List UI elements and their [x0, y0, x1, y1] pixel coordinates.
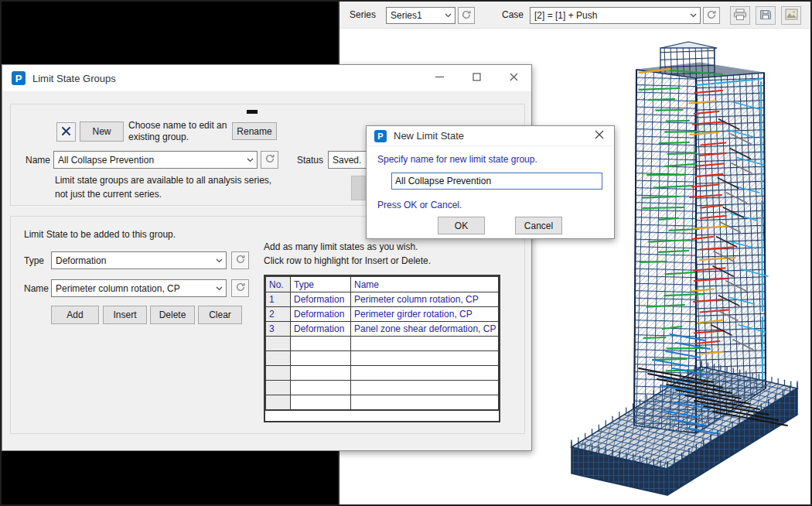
availability-note-line1: Limit state groups are available to all … — [55, 175, 271, 186]
picture-icon — [785, 9, 798, 22]
header-no: No. — [266, 277, 291, 292]
chevron-down-icon — [442, 13, 455, 18]
chevron-down-icon — [213, 258, 226, 263]
table-row[interactable]: 3 Deformation Panel zone shear deformati… — [266, 322, 499, 337]
main-toolbar: Series Series1 Case [2] = [1] + Push — [339, 2, 810, 29]
close-icon — [595, 130, 604, 142]
cell-type: Deformation — [291, 292, 351, 307]
lsg-dialog-title: Limit State Groups — [32, 73, 116, 84]
screen: { "logo_letter": "P", "toolbar": { "seri… — [0, 0, 812, 506]
case-dropdown-value: [2] = [1] + Push — [531, 10, 687, 21]
refresh-icon — [235, 254, 246, 267]
name-label: Name — [26, 155, 50, 166]
chevron-down-icon — [213, 286, 226, 291]
nls-dialog-title: New Limit State — [394, 130, 464, 142]
cancel-button[interactable]: Cancel — [515, 217, 562, 234]
maximize-icon — [473, 73, 481, 84]
case-label: Case — [502, 9, 524, 20]
app-logo: P — [374, 130, 387, 142]
export-image-button[interactable] — [781, 6, 801, 25]
table-row[interactable] — [266, 395, 499, 410]
group-name-refresh-button[interactable] — [261, 151, 278, 169]
limit-states-table: No. Type Name 1 Deformation Perimeter co… — [264, 275, 500, 422]
cell-type: Deformation — [291, 322, 351, 337]
group-name-value: All Collapse Prevention — [54, 155, 244, 166]
limit-name-value: Perimeter column rotation, CP — [52, 283, 213, 294]
case-dropdown[interactable]: [2] = [1] + Push — [530, 7, 701, 24]
type-label: Type — [24, 255, 44, 266]
close-button[interactable] — [502, 70, 525, 87]
cell-no: 3 — [266, 322, 291, 337]
minimize-icon — [435, 73, 444, 84]
refresh-icon — [235, 282, 246, 295]
header-type: Type — [291, 277, 351, 292]
table-hint-line1: Add as many limit states as you wish. — [264, 241, 418, 252]
section-title: Limit State to be added to this group. — [24, 229, 176, 240]
app-logo: P — [12, 71, 26, 85]
status-label: Status — [297, 155, 323, 166]
group-name-dropdown[interactable]: All Collapse Prevention — [53, 151, 258, 169]
x-icon — [61, 126, 71, 138]
limit-type-value: Deformation — [52, 255, 213, 266]
table-row[interactable] — [266, 337, 499, 351]
refresh-icon — [264, 153, 275, 166]
podium-frame — [571, 367, 797, 495]
printer-icon — [733, 9, 747, 23]
new-limit-state-dialog: P New Limit State Specify name for new l… — [366, 125, 615, 239]
availability-note-line2: not just the current series. — [55, 189, 162, 200]
maximize-button[interactable] — [465, 70, 488, 87]
cell-name: Panel zone shear deformation, CP — [351, 322, 499, 337]
series-dropdown[interactable]: Series1 — [386, 7, 455, 24]
dash-mark — [247, 110, 258, 114]
series-dropdown-value: Series1 — [387, 10, 442, 21]
limit-type-refresh-button[interactable] — [231, 251, 249, 269]
nls-close-button[interactable] — [588, 128, 611, 145]
refresh-icon — [706, 9, 717, 22]
delete-button[interactable]: Delete — [150, 306, 195, 324]
minimize-button[interactable] — [428, 70, 451, 87]
nls-prompt: Specify name for new limit state group. — [377, 154, 537, 165]
save-button[interactable] — [756, 6, 776, 25]
limit-type-dropdown[interactable]: Deformation — [51, 251, 227, 269]
limit-state-groups-dialog: P Limit State Groups New Choose name to … — [2, 64, 532, 451]
new-group-name-input[interactable] — [391, 173, 602, 190]
cell-name: Perimeter column rotation, CP — [351, 292, 499, 307]
limit-name-label: Name — [24, 283, 49, 294]
close-icon — [510, 73, 518, 84]
insert-button[interactable]: Insert — [103, 306, 147, 324]
table-row[interactable] — [266, 351, 499, 366]
clear-button[interactable]: Clear — [198, 306, 242, 324]
ok-button[interactable]: OK — [438, 217, 485, 234]
add-button[interactable]: Add — [51, 306, 99, 324]
header-name: Name — [351, 277, 499, 292]
cell-no: 1 — [266, 292, 291, 307]
limit-name-refresh-button[interactable] — [231, 279, 249, 297]
case-refresh-button[interactable] — [703, 7, 720, 24]
table-hint-line2: Click row to highlight for Insert or Del… — [264, 255, 431, 266]
refresh-icon — [461, 9, 472, 22]
chevron-down-icon — [244, 158, 257, 162]
series-label: Series — [350, 9, 376, 20]
series-refresh-button[interactable] — [458, 7, 475, 24]
table-row[interactable] — [266, 366, 499, 381]
limit-name-dropdown[interactable]: Perimeter column rotation, CP — [51, 279, 227, 297]
cell-name: Perimeter girder rotation, CP — [351, 307, 499, 322]
cell-type: Deformation — [291, 307, 351, 322]
table-row[interactable]: 1 Deformation Perimeter column rotation,… — [266, 292, 499, 307]
nls-titlebar[interactable]: P New Limit State — [367, 126, 614, 146]
status-value: Saved. — [333, 155, 361, 166]
rename-button[interactable]: Rename — [232, 122, 277, 140]
chevron-down-icon — [687, 13, 700, 18]
nls-confirm-hint: Press OK or Cancel. — [377, 200, 462, 210]
lsg-titlebar[interactable]: P Limit State Groups — [2, 65, 531, 91]
cell-no: 2 — [266, 307, 291, 322]
new-button[interactable]: New — [80, 121, 124, 142]
save-icon — [759, 9, 772, 23]
dismiss-button[interactable] — [56, 122, 76, 142]
print-button[interactable] — [730, 6, 750, 25]
table-footer-strip — [265, 410, 499, 421]
table-row[interactable] — [266, 381, 499, 395]
table-row[interactable]: 2 Deformation Perimeter girder rotation,… — [266, 307, 499, 322]
table-header-row: No. Type Name — [266, 277, 499, 292]
choose-name-hint: Choose name to edit an existing group. — [128, 120, 227, 143]
